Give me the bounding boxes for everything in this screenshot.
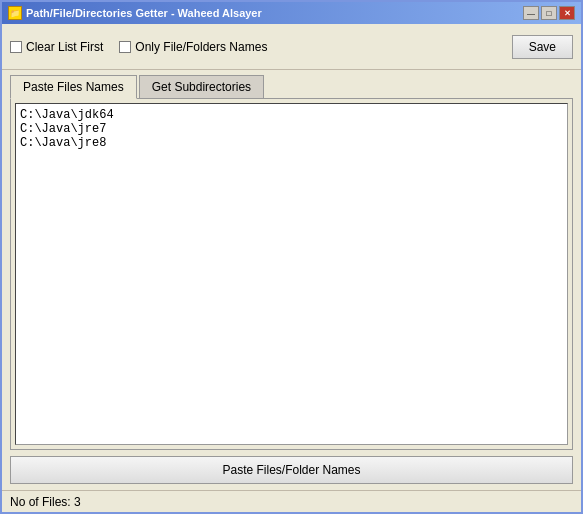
main-window: 📁 Path/File/Directories Getter - Waheed …	[0, 0, 583, 514]
toolbar-left: Clear List First Only File/Folders Names	[10, 40, 267, 54]
title-bar-left: 📁 Path/File/Directories Getter - Waheed …	[8, 6, 262, 20]
clear-list-checkbox[interactable]	[10, 41, 22, 53]
status-text: No of Files: 3	[10, 495, 81, 509]
clear-list-checkbox-item[interactable]: Clear List First	[10, 40, 103, 54]
files-textarea[interactable]	[16, 104, 567, 444]
only-files-checkbox-item[interactable]: Only File/Folders Names	[119, 40, 267, 54]
text-area-container	[15, 103, 568, 445]
tabs-container: Paste Files Names Get Subdirectories	[2, 70, 581, 98]
title-bar: 📁 Path/File/Directories Getter - Waheed …	[2, 2, 581, 24]
status-bar: No of Files: 3	[2, 490, 581, 512]
tab-get-subdirectories[interactable]: Get Subdirectories	[139, 75, 264, 99]
only-files-checkbox[interactable]	[119, 41, 131, 53]
tab-paste-files[interactable]: Paste Files Names	[10, 75, 137, 99]
window-title: Path/File/Directories Getter - Waheed Al…	[26, 7, 262, 19]
toolbar: Clear List First Only File/Folders Names…	[2, 24, 581, 70]
clear-list-label: Clear List First	[26, 40, 103, 54]
app-icon: 📁	[8, 6, 22, 20]
maximize-button[interactable]: □	[541, 6, 557, 20]
minimize-button[interactable]: —	[523, 6, 539, 20]
close-button[interactable]: ✕	[559, 6, 575, 20]
main-content	[10, 98, 573, 450]
bottom-section: Paste Files/Folder Names	[2, 450, 581, 490]
save-button[interactable]: Save	[512, 35, 573, 59]
title-buttons: — □ ✕	[523, 6, 575, 20]
only-files-label: Only File/Folders Names	[135, 40, 267, 54]
paste-button[interactable]: Paste Files/Folder Names	[10, 456, 573, 484]
